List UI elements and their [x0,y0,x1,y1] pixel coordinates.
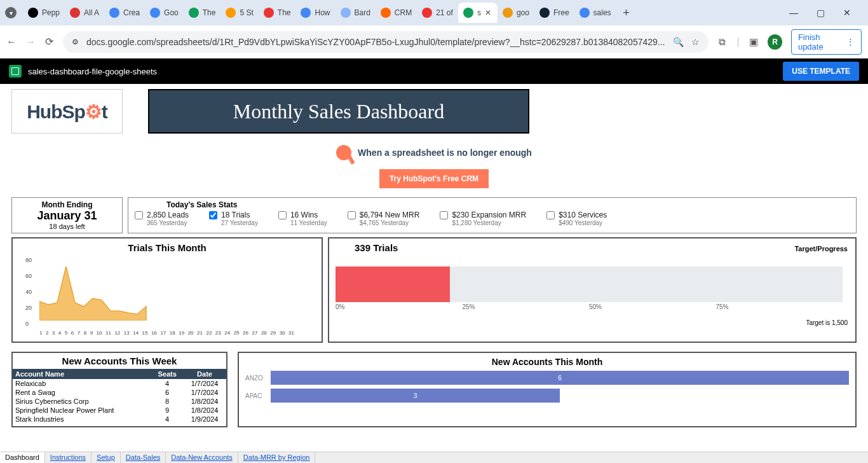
table-cell: 6 [151,388,183,397]
browser-tab[interactable]: How [295,3,335,23]
bookmark-star-icon[interactable]: ☆ [691,37,700,47]
favicon-icon [341,8,351,18]
favicon-icon [539,8,550,18]
back-icon[interactable]: ← [6,36,17,48]
favicon-icon [150,8,160,18]
tab-label: goo [517,8,529,17]
file-name: sales-dashboard-file-google-sheets [28,67,157,76]
hbar-fill: 3 [271,389,560,403]
browser-tab[interactable]: s✕ [458,3,498,23]
forward-icon[interactable]: → [25,36,36,48]
try-hubspot-button[interactable]: Try HubSpot's Free CRM [379,169,489,188]
zoom-icon[interactable]: 🔍 [673,37,684,47]
use-template-button[interactable]: USE TEMPLATE [783,62,859,81]
tab-list-chevron-icon[interactable]: ▾ [5,7,17,18]
browser-tab[interactable]: Bard [336,3,376,23]
table-cell: Stark Industries [13,415,151,424]
table-cell: 8 [151,397,183,406]
url-field[interactable]: ⚙ docs.google.com/spreadsheets/d/1Rt_Pd9… [63,31,709,53]
favicon-icon [503,8,513,18]
trials-this-month-chart: Trials This Month 806040200 123456789101… [11,237,323,343]
table-cell: 4 [151,379,183,388]
browser-tab[interactable]: Free [534,3,574,23]
browser-tab[interactable]: Crea [104,3,145,23]
stat-checkbox[interactable] [135,211,143,219]
profile-avatar[interactable]: R [768,34,782,50]
sheet-tab[interactable]: Data-MRR by Region [238,452,316,463]
month-ending-box: Month Ending January 31 18 days left [11,197,123,233]
stat-item: 18 Trials27 Yesterday [209,211,258,226]
month-ending-sub: 18 days left [12,223,122,230]
browser-tab[interactable]: Pepp [23,3,65,23]
maximize-icon[interactable]: ▢ [815,8,826,18]
stat-item: $6,794 New MRR$4,765 Yesterday [348,211,420,226]
browser-tab[interactable]: All A [65,3,104,23]
finish-update-button[interactable]: Finish update⋮ [791,29,862,55]
url-text: docs.google.com/spreadsheets/d/1Rt_Pd9Vd… [86,37,665,47]
favicon-icon [189,8,199,18]
table-cell: 1/8/2024 [183,397,226,406]
tab-label: Free [553,8,569,17]
extensions-icon[interactable]: ⧉ [717,36,728,48]
site-info-icon[interactable]: ⚙ [72,38,79,46]
hubspot-logo: HubSp⚙t [27,100,107,123]
progress-bar-fill [336,266,450,302]
sheet-tab[interactable]: Data-Sales [121,452,166,463]
sheet-tab[interactable]: Dashboard [0,452,45,463]
browser-tab[interactable]: 5 St [220,3,258,23]
minimize-icon[interactable]: — [788,8,799,18]
sheet-tab[interactable]: Instructions [45,452,92,463]
hbar-fill: 6 [271,371,849,385]
browser-tab[interactable]: CRM [376,3,417,23]
trials-y-axis: 806040200 [25,257,32,321]
favicon-icon [226,8,236,18]
stat-checkbox[interactable] [440,211,448,219]
tab-close-icon[interactable]: ✕ [485,8,492,17]
stat-checkbox[interactable] [546,211,555,219]
stat-checkbox[interactable] [209,211,217,219]
sheet-tab[interactable]: Setup [92,452,121,463]
browser-tab[interactable]: The [184,3,221,23]
browser-tab[interactable]: goo [498,3,534,23]
table-header: Account Name [13,369,151,379]
stat-sub: 365 Yesterday [147,219,189,226]
sheet-tab[interactable]: Data-New Accounts [166,452,238,463]
table-row: Springfield Nuclear Power Plant91/8/2024 [13,406,226,415]
target-is-label: Target is 1,500 [806,319,848,326]
new-accounts-week-box: New Accounts This Week Account NameSeats… [11,352,227,427]
target-progress-label: Target/Progress [794,245,848,252]
tab-label: s [477,8,481,17]
browser-tab-strip: ▾ PeppAll ACreaGooThe5 StTheHowBardCRM21… [0,0,868,25]
new-accounts-month-box: New Accounts This Month ANZO6APAC3 [238,352,857,427]
table-header: Seats [151,369,183,379]
table-cell: Relaxicab [13,379,151,388]
stat-checkbox[interactable] [278,211,287,219]
sheet-tabs-bar: DashboardInstructionsSetupData-SalesData… [0,452,868,463]
table-row: Rent a Swag61/7/2024 [13,388,226,397]
browser-tab[interactable]: 21 of [417,3,458,23]
stat-checkbox[interactable] [348,211,356,219]
stat-item: 16 Wins11 Yesterday [278,211,327,226]
sprocket-icon [336,145,351,160]
hbar-row: ANZO6 [245,371,849,385]
month-ending-label: Month Ending [12,200,122,209]
side-panel-icon[interactable]: ▣ [749,36,759,48]
table-cell: 1/7/2024 [183,379,226,388]
favicon-icon [301,8,311,18]
close-icon[interactable]: ✕ [841,8,853,18]
hbar-row: APAC3 [245,389,849,403]
today-stats-box: Today's Sales Stats 2,850 Leads365 Yeste… [128,197,857,233]
browser-tab[interactable]: sales [574,3,616,23]
favicon-icon [422,8,432,18]
table-cell: Springfield Nuclear Power Plant [13,406,151,415]
tab-label: How [315,8,330,17]
reload-icon[interactable]: ⟳ [44,36,54,48]
browser-tab[interactable]: Goo [145,3,184,23]
trials-x-axis: 1234567891011121314151617181920212223242… [39,330,294,336]
stat-sub: $4,765 Yesterday [360,219,420,226]
stat-main: $230 Expansion MRR [452,211,526,219]
table-cell: 1/7/2024 [183,388,226,397]
browser-tab[interactable]: The [259,3,296,23]
new-tab-button[interactable]: + [618,6,635,20]
svg-marker-0 [39,266,146,321]
